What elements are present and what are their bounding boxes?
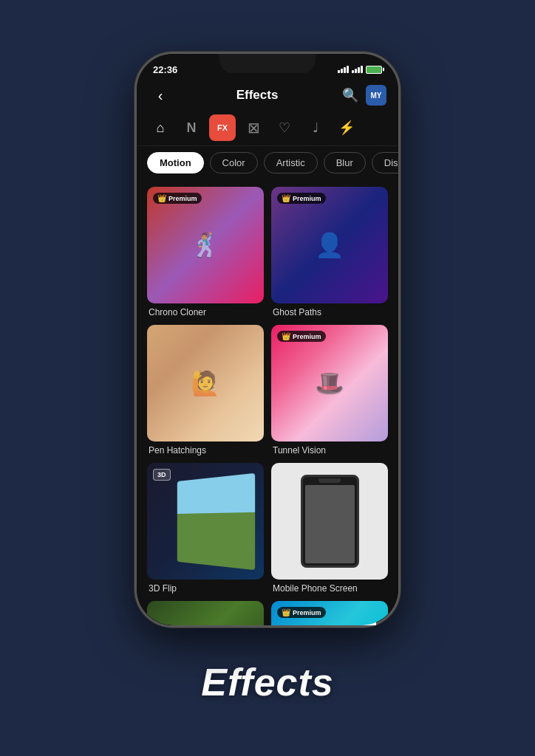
effect-name: Mobile Phone Screen [271,583,388,594]
filter-tab-dis[interactable]: Dis [372,152,398,173]
filter-tab-motion[interactable]: Motion [147,152,204,173]
premium-badge: 👑 Premium [277,607,326,618]
effect-item-pen-hatchings[interactable]: 🙋 Pen Hatchings [147,325,264,456]
effect-thumb-pen-hatchings: 🙋 [147,325,264,441]
nav-icons-bar: ⌂ N FX ⊠ ♡ ♩ ⚡ [137,110,398,146]
effect-thumb-chrono-cloner: 👑 Premium 🕺 [147,187,264,303]
mobile-screen-visual [301,475,359,568]
effect-item-tunnel-vision[interactable]: 👑 Premium 🎩 Tunnel Vision [271,325,388,456]
premium-badge: 👑 Premium [277,331,326,342]
mobile-notch [318,478,340,483]
nav-icon-favorites[interactable]: ♡ [271,114,298,141]
wifi-signal-icon [352,66,363,73]
thumb-figure: 🕺 [147,187,264,303]
effects-grid: 👑 Premium 🕺 Chrono Cloner 👑 Premium [137,179,398,625]
effect-thumb-tunnel-vision: 👑 Premium 🎩 [271,325,388,441]
effect-item-particles[interactable]: ✦✦✦✦✦ [147,601,264,625]
nav-icon-music[interactable]: ♩ [302,114,329,141]
crown-icon: 👑 [157,194,166,202]
premium-label: Premium [293,609,321,616]
effect-thumb-3d-flip: 3D [147,463,264,580]
search-button[interactable]: 🔍 [342,87,358,103]
nav-icon-sound[interactable]: ⚡ [333,114,360,141]
effect-thumb-mobile-phone-screen [271,463,388,580]
nav-icon-notifications[interactable]: N [178,114,205,141]
crown-icon: 👑 [282,194,290,202]
effect-name: Pen Hatchings [147,445,264,456]
header-actions: 🔍 MY [342,85,386,106]
thumb-figure: ✦✦✦✦✦ [147,601,264,625]
crown-icon: 👑 [282,332,290,340]
battery-icon [366,66,382,74]
effect-thumb-ghost-paths: 👑 Premium 👤 [271,187,388,303]
filter-tab-artistic[interactable]: Artistic [264,152,318,173]
signal-bars-icon [338,66,349,73]
badge-3d: 3D [153,469,171,481]
effect-item-ghost-paths[interactable]: 👑 Premium 👤 Ghost Paths [271,187,388,317]
phone-frame: 22:36 ‹ Effects 🔍 MY [134,52,401,628]
avatar[interactable]: MY [366,85,386,106]
thumb-figure: 🎩 [271,325,388,441]
premium-badge: 👑 Premium [153,193,202,204]
nav-icon-home[interactable]: ⌂ [147,114,174,141]
nav-icon-fx[interactable]: FX [209,114,236,141]
crown-icon: 👑 [282,608,290,616]
header-title: Effects [236,88,279,103]
effect-thumb-underwater: 👑 Premium 🤿 [271,601,388,625]
effect-name: Ghost Paths [271,307,388,317]
effect-item-mobile-phone-screen[interactable]: Mobile Phone Screen [271,463,388,594]
status-icons [338,66,382,74]
filter-tabs: Motion Color Artistic Blur Dis [137,146,398,179]
page-title: Effects [201,660,333,704]
filter-tab-blur[interactable]: Blur [324,152,366,173]
flip-card-visual [177,473,255,570]
effect-item-chrono-cloner[interactable]: 👑 Premium 🕺 Chrono Cloner [147,187,264,317]
thumb-figure: 👤 [271,187,388,303]
premium-badge: 👑 Premium [277,193,326,204]
effect-name: 3D Flip [147,583,264,594]
premium-label: Premium [293,195,321,202]
app-header: ‹ Effects 🔍 MY [137,80,398,110]
mobile-screen-content [305,485,355,563]
effect-thumb-particles: ✦✦✦✦✦ [147,601,264,625]
back-button[interactable]: ‹ [149,87,172,104]
effect-name: Tunnel Vision [271,445,388,456]
effect-item-underwater[interactable]: 👑 Premium 🤿 [271,601,388,625]
premium-label: Premium [168,195,197,202]
premium-label: Premium [293,333,321,340]
thumb-figure: 🙋 [147,325,264,441]
phone-screen: 22:36 ‹ Effects 🔍 MY [137,54,398,625]
effect-item-3d-flip[interactable]: 3D 3D Flip [147,463,264,594]
phone-notch [219,54,316,73]
nav-icon-transitions[interactable]: ⊠ [240,114,267,141]
phone-mockup: 22:36 ‹ Effects 🔍 MY [134,52,401,628]
status-time: 22:36 [153,64,177,75]
effect-name: Chrono Cloner [147,307,264,317]
filter-tab-color[interactable]: Color [210,152,258,173]
